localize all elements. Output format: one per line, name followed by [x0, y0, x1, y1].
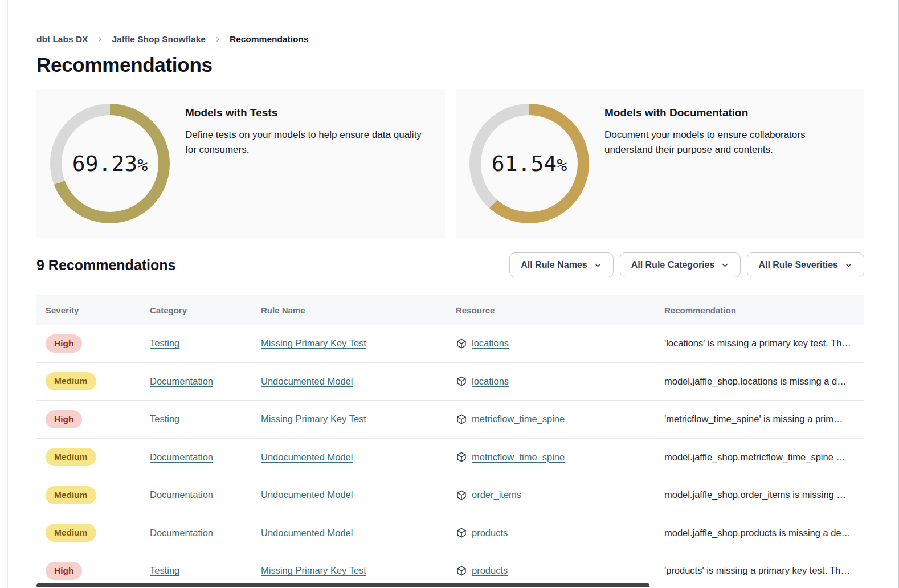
- resource-cell: locations: [447, 338, 655, 349]
- rule-name-cell: Undocumented Model: [252, 452, 447, 463]
- recommendation-text: model.jaffle_shop.metricflow_time_spine …: [655, 452, 864, 463]
- rule-name-link[interactable]: Undocumented Model: [261, 489, 353, 500]
- page-title: Recommendations: [36, 54, 864, 76]
- recommendations-table: Severity Category Rule Name Resource Rec…: [36, 295, 864, 588]
- table-row: High Testing Missing Primary Key Test pr…: [36, 552, 864, 588]
- tests-donut-chart: 69.23%: [50, 104, 170, 223]
- breadcrumb-item-recommendations[interactable]: Recommendations: [230, 34, 309, 44]
- recommendations-page: dbt Labs DX Jaffle Shop Snowflake Recomm…: [36, 0, 864, 588]
- card-title: Models with Tests: [185, 107, 431, 119]
- severity-badge: Medium: [46, 486, 96, 504]
- severity-badge: High: [46, 334, 82, 353]
- chevron-down-icon: [594, 261, 602, 270]
- resource-link[interactable]: products: [472, 565, 508, 576]
- category-cell: Documentation: [141, 489, 252, 500]
- rule-names-filter-dropdown[interactable]: All Rule Names: [509, 252, 613, 277]
- chevron-down-icon: [721, 261, 729, 270]
- severity-cell: High: [36, 334, 141, 353]
- table-row: High Testing Missing Primary Key Test me…: [36, 401, 864, 439]
- breadcrumb-item-jaffle-shop-snowflake[interactable]: Jaffle Shop Snowflake: [112, 34, 206, 44]
- resource-cell: products: [447, 527, 655, 538]
- rule-name-cell: Undocumented Model: [252, 528, 447, 538]
- severity-cell: Medium: [36, 486, 141, 504]
- rule-name-link[interactable]: Missing Primary Key Test: [261, 338, 366, 348]
- rule-name-link[interactable]: Missing Primary Key Test: [261, 565, 366, 575]
- table-row: High Testing Missing Primary Key Test lo…: [36, 325, 864, 363]
- resource-link[interactable]: order_items: [472, 489, 521, 500]
- filter-label: All Rule Names: [521, 260, 587, 270]
- severity-badge: High: [46, 410, 82, 428]
- documentation-donut-chart: 61.54%: [469, 104, 589, 223]
- category-link[interactable]: Testing: [150, 338, 179, 348]
- category-link[interactable]: Documentation: [150, 489, 213, 500]
- category-cell: Testing: [141, 338, 252, 349]
- column-header-severity: Severity: [36, 305, 141, 315]
- model-cube-icon: [456, 375, 467, 387]
- percent-value: 61.54: [492, 151, 557, 176]
- resource-cell: products: [447, 565, 655, 577]
- severity-badge: Medium: [46, 372, 96, 390]
- rule-name-link[interactable]: Undocumented Model: [261, 452, 353, 462]
- horizontal-scrollbar-thumb[interactable]: [36, 583, 649, 587]
- recommendations-count-title: 9 Recommendations: [36, 257, 176, 273]
- chevron-right-icon: [214, 36, 221, 43]
- model-cube-icon: [456, 489, 467, 501]
- category-link[interactable]: Documentation: [150, 452, 213, 462]
- severity-cell: Medium: [36, 372, 141, 390]
- card-text: Models with Tests Define tests on your m…: [185, 107, 431, 158]
- rule-name-cell: Undocumented Model: [252, 489, 447, 500]
- severity-cell: Medium: [36, 448, 141, 466]
- severity-badge: Medium: [46, 524, 96, 542]
- table-body: High Testing Missing Primary Key Test lo…: [36, 325, 864, 588]
- resource-link[interactable]: metricflow_time_spine: [472, 414, 565, 424]
- card-description: Define tests on your models to help ensu…: [185, 128, 431, 158]
- rule-name-link[interactable]: Undocumented Model: [261, 528, 353, 538]
- resource-cell: locations: [447, 375, 655, 387]
- severity-badge: High: [46, 562, 82, 580]
- filter-label: All Rule Severities: [758, 260, 838, 270]
- model-cube-icon: [456, 565, 467, 577]
- models-with-documentation-card: 61.54% Models with Documentation Documen…: [456, 89, 864, 238]
- filter-label: All Rule Categories: [631, 260, 715, 270]
- column-header-resource: Resource: [447, 305, 655, 315]
- table-row: Medium Documentation Undocumented Model …: [36, 514, 864, 553]
- category-cell: Documentation: [141, 376, 252, 387]
- resource-cell: metricflow_time_spine: [447, 414, 655, 425]
- chevron-right-icon: [96, 36, 103, 43]
- category-link[interactable]: Testing: [150, 565, 179, 575]
- breadcrumb-item-dbt-labs-dx[interactable]: dbt Labs DX: [36, 34, 88, 44]
- donut-percent-label: 61.54%: [469, 104, 589, 223]
- rule-categories-filter-dropdown[interactable]: All Rule Categories: [620, 252, 741, 277]
- rule-name-link[interactable]: Missing Primary Key Test: [261, 414, 366, 424]
- filter-buttons: All Rule Names All Rule Categories All R…: [509, 252, 864, 277]
- recommendation-text: 'locations' is missing a primary key tes…: [655, 338, 864, 349]
- severity-cell: Medium: [36, 524, 141, 542]
- category-link[interactable]: Documentation: [150, 528, 213, 538]
- category-link[interactable]: Testing: [150, 414, 179, 424]
- percent-value: 69.23: [72, 151, 137, 176]
- resource-link[interactable]: metricflow_time_spine: [472, 452, 565, 463]
- column-header-rule-name: Rule Name: [252, 305, 447, 315]
- model-cube-icon: [456, 527, 467, 538]
- table-row: Medium Documentation Undocumented Model …: [36, 363, 864, 401]
- category-cell: Documentation: [141, 528, 252, 538]
- rule-name-cell: Missing Primary Key Test: [252, 414, 447, 424]
- recommendation-text: model.jaffle_shop.locations is missing a…: [655, 376, 864, 387]
- model-cube-icon: [456, 451, 467, 463]
- models-with-tests-card: 69.23% Models with Tests Define tests on…: [36, 89, 445, 238]
- severity-cell: High: [36, 562, 141, 580]
- resource-cell: order_items: [447, 489, 655, 501]
- rule-severities-filter-dropdown[interactable]: All Rule Severities: [747, 252, 864, 277]
- resource-link[interactable]: locations: [472, 338, 509, 349]
- resource-link[interactable]: locations: [472, 376, 509, 387]
- recommendation-text: model.jaffle_shop.order_items is missing…: [655, 489, 864, 500]
- resource-link[interactable]: products: [472, 528, 508, 538]
- column-header-category: Category: [141, 305, 252, 315]
- rule-name-link[interactable]: Undocumented Model: [261, 376, 353, 386]
- recommendation-text: 'metricflow_time_spine' is missing a pri…: [655, 414, 864, 424]
- table-header-row: Severity Category Rule Name Resource Rec…: [36, 295, 864, 325]
- percent-suffix: %: [557, 155, 567, 175]
- table-row: Medium Documentation Undocumented Model …: [36, 476, 864, 514]
- metric-cards: 69.23% Models with Tests Define tests on…: [36, 89, 864, 238]
- category-link[interactable]: Documentation: [150, 376, 213, 386]
